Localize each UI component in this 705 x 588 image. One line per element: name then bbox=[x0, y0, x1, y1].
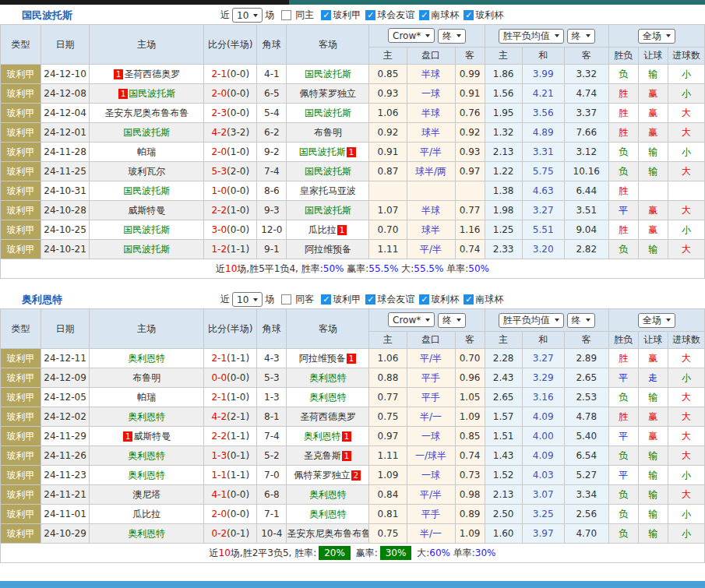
odds-away-cell: 0.91 bbox=[455, 84, 485, 104]
corner-cell: 5-4 bbox=[257, 104, 287, 123]
league-checkbox[interactable]: ✓ bbox=[419, 10, 429, 20]
odds-home-cell: 0.88 bbox=[369, 368, 407, 388]
wdl-result-cell: 胜 bbox=[608, 123, 638, 143]
odds-home-cell: 0.81 bbox=[369, 505, 407, 524]
date-cell: 24-11-26 bbox=[41, 446, 90, 466]
section-header: 奥利恩特 近 10 场 同客 ✓玻利甲✓球会友谊✓玻利杯✓南球杯 bbox=[0, 290, 705, 308]
matches-table: 类型 日期 主场 比分(半场) 角球 客场 Crow* 终 胜平负均值 终 bbox=[0, 24, 705, 259]
corner-cell: 1-3 bbox=[257, 388, 287, 407]
league-checkbox[interactable]: ✓ bbox=[365, 10, 375, 20]
avg-home-cell: 2.28 bbox=[485, 349, 522, 368]
league-checkbox[interactable]: ✓ bbox=[464, 294, 474, 305]
avg-final-select[interactable]: 终 bbox=[567, 29, 595, 44]
col-header-odds-away: 客 bbox=[455, 48, 485, 65]
league-checkbox[interactable]: ✓ bbox=[321, 10, 331, 20]
goals-result-cell: 小 bbox=[668, 220, 704, 240]
avg-odds-select[interactable]: 胜平负均值 bbox=[499, 313, 564, 328]
odds-home-cell: 0.75 bbox=[369, 407, 407, 427]
games-suffix-label: 场 bbox=[265, 9, 274, 22]
match-row: 玻利甲24-11-291威斯特曼2-2(1-1)7-4奥利恩特10.97一球0.… bbox=[1, 427, 705, 446]
recent-games-select[interactable]: 10 bbox=[232, 8, 263, 23]
odds-final-select[interactable]: 终 bbox=[438, 29, 466, 44]
full-match-select[interactable]: 全场 bbox=[638, 313, 675, 328]
odds-away-cell: 0.96 bbox=[455, 368, 485, 388]
league-cell: 玻利甲 bbox=[1, 427, 41, 446]
corner-cell: 5-3 bbox=[257, 368, 287, 388]
handicap-result-cell: 输 bbox=[638, 485, 668, 505]
league-checkbox[interactable]: ✓ bbox=[365, 294, 375, 305]
match-row: 玻利甲24-11-21澳尼塔4-1(0-0)6-8奥利恩特0.84平/半0.98… bbox=[1, 485, 705, 505]
odds-home-cell: 0.84 bbox=[369, 485, 407, 505]
handicap-cell: 半/一 bbox=[407, 524, 455, 544]
score-cell: 2-0(0-0) bbox=[204, 505, 257, 524]
league-cell: 玻利甲 bbox=[1, 368, 41, 388]
halftime-score: (1-1) bbox=[227, 244, 249, 255]
wdl-result-cell: 平 bbox=[608, 368, 638, 388]
league-checkbox[interactable]: ✓ bbox=[464, 10, 474, 20]
match-row: 玻利甲24-10-31国民波托斯1-0(0-0)8-6皇家托马亚波1.384.6… bbox=[1, 181, 705, 201]
league-checkbox[interactable]: ✓ bbox=[419, 294, 429, 305]
score-cell: 1-1(1-1) bbox=[204, 466, 257, 485]
handicap-result-cell: 输 bbox=[638, 240, 668, 259]
odds-final-select[interactable]: 终 bbox=[438, 313, 466, 328]
odds-away-cell: 1.09 bbox=[455, 407, 485, 427]
match-row: 玻利甲24-12-02奥利恩特4-2(2-1)8-1圣荷西德奥罗0.75半/一1… bbox=[1, 407, 705, 427]
home-team-cell: 1国民波托斯 bbox=[90, 84, 204, 104]
league-cell: 玻利甲 bbox=[1, 466, 41, 485]
avg-draw-cell: 5.75 bbox=[522, 162, 564, 181]
handicap-result-cell: 输 bbox=[638, 143, 668, 162]
team-name: 布鲁明 bbox=[314, 127, 342, 138]
full-match-select[interactable]: 全场 bbox=[638, 29, 675, 44]
team-name: 国民波托斯 bbox=[123, 224, 170, 235]
league-checkbox[interactable]: ✓ bbox=[321, 294, 331, 305]
team-section: 国民波托斯 近 10 场 同主 ✓玻利甲✓球会友谊✓南球杯✓玻利杯 类型 日期 bbox=[0, 6, 705, 279]
avg-draw-cell: 4.89 bbox=[522, 123, 564, 143]
home-team-cell: 圣安东尼奥布鲁布鲁 bbox=[90, 104, 204, 123]
league-cell: 玻利甲 bbox=[1, 143, 41, 162]
team-name: 玻利瓦尔 bbox=[128, 166, 165, 177]
score-cell: 3-0(0-0) bbox=[204, 220, 257, 240]
away-team-cell: 奥利恩特 bbox=[287, 505, 369, 524]
match-row: 玻利甲24-10-25国民波托斯3-0(0-0)12-0瓜比拉10.70球半1.… bbox=[1, 220, 705, 240]
chevron-down-icon bbox=[456, 34, 461, 37]
team-name: 国民波托斯 bbox=[123, 244, 170, 255]
match-row: 玻利甲24-12-11奥利恩特2-1(1-1)4-3阿拉维预备11.06平/半0… bbox=[1, 349, 705, 368]
odds-home-cell: 0.91 bbox=[369, 143, 407, 162]
score-cell: 2-1(0-0) bbox=[204, 65, 257, 84]
avg-odds-select[interactable]: 胜平负均值 bbox=[499, 29, 564, 44]
away-team-cell: 国民波托斯 bbox=[287, 65, 369, 84]
team-name: 威斯特曼 bbox=[133, 431, 171, 442]
halftime-score: (0-1) bbox=[227, 450, 249, 461]
handicap-result-cell: 输 bbox=[638, 162, 668, 181]
odds-company-select[interactable]: Crow* bbox=[388, 28, 435, 43]
avg-home-cell: 2.65 bbox=[485, 388, 522, 407]
team-name: 威斯特曼 bbox=[128, 205, 165, 216]
recent-games-select[interactable]: 10 bbox=[232, 292, 263, 307]
odds-away-cell: 0.74 bbox=[455, 240, 485, 259]
odds-home-cell: 0.87 bbox=[369, 162, 407, 181]
home-team-cell: 奥利恩特 bbox=[90, 446, 204, 466]
avg-final-select[interactable]: 终 bbox=[567, 313, 595, 328]
goals-result-cell: 大 bbox=[668, 485, 704, 505]
same-venue-checkbox[interactable] bbox=[281, 294, 291, 305]
handicap-cell: 球半 bbox=[407, 220, 455, 240]
halftime-score: (1-0) bbox=[227, 392, 249, 403]
handicap-result-cell: 输 bbox=[638, 446, 668, 466]
red-card-badge: 2 bbox=[351, 470, 361, 481]
corner-cell: 9-1 bbox=[257, 240, 287, 259]
summary-stat: 10 bbox=[219, 548, 231, 558]
match-row: 玻利甲24-11-23奥利恩特1-1(1-1)7-0佩特莱罗独立21.09一球0… bbox=[1, 466, 705, 485]
away-team-cell: 国民波托斯1 bbox=[287, 143, 369, 162]
odds-home-cell: 0.77 bbox=[369, 388, 407, 407]
avg-home-cell: 2.13 bbox=[485, 143, 522, 162]
handicap-cell: 平/半 bbox=[407, 143, 455, 162]
team-name: 国民波托斯 bbox=[123, 127, 170, 138]
red-card-badge: 1 bbox=[123, 431, 132, 442]
odds-company-select[interactable]: Crow* bbox=[388, 312, 435, 327]
handicap-cell: 平/半 bbox=[407, 349, 455, 368]
handicap-result-cell: 赢 bbox=[638, 123, 668, 143]
away-team-cell: 奥利恩特1 bbox=[287, 427, 369, 446]
same-venue-checkbox[interactable] bbox=[281, 10, 291, 20]
away-team-cell: 国民波托斯 bbox=[287, 104, 369, 123]
col-header-type: 类型 bbox=[1, 25, 41, 65]
